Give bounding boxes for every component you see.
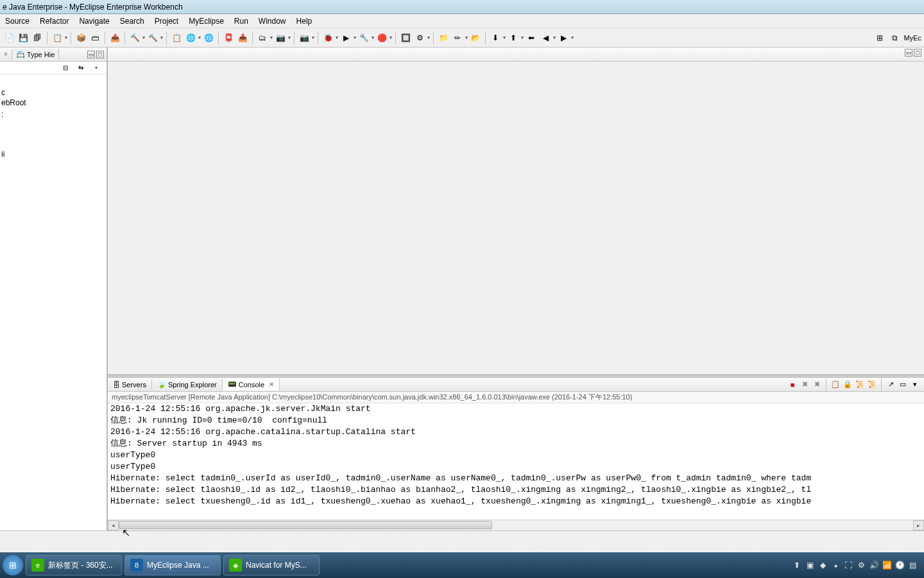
toolbar-button-icon[interactable]: 📄 xyxy=(3,31,15,44)
tab-spring-explorer[interactable]: 🍃 Spring Explorer xyxy=(152,379,223,390)
dropdown-arrow-icon[interactable]: ▾ xyxy=(465,35,468,40)
toolbar-button-icon[interactable]: 📁 xyxy=(437,31,450,44)
dropdown-arrow-icon[interactable]: ▾ xyxy=(521,35,524,40)
toolbar-button-icon[interactable]: 🗃 xyxy=(89,31,101,44)
tray-icon[interactable]: ▤ xyxy=(907,560,918,570)
dropdown-arrow-icon[interactable]: ▾ xyxy=(65,35,67,40)
toolbar-button-icon[interactable]: 📂 xyxy=(469,31,482,44)
toolbar-button-icon[interactable]: 💾 xyxy=(17,31,30,44)
menu-window[interactable]: Window xyxy=(253,17,291,26)
close-icon[interactable]: × xyxy=(4,51,8,58)
minimize-view-icon[interactable]: ▭ xyxy=(87,51,95,58)
toolbar-button-icon[interactable]: ⬇ xyxy=(489,31,502,44)
perspective-myeclipse-icon[interactable]: ⧉ xyxy=(889,31,902,44)
toolbar-button-icon[interactable]: 🛑 xyxy=(375,31,388,44)
tray-icon[interactable]: ⛶ xyxy=(843,560,853,570)
tree-item[interactable]: : xyxy=(1,109,105,119)
menu-refactor[interactable]: Refactor xyxy=(35,17,74,26)
toolbar-button-icon[interactable]: 📷 xyxy=(298,31,311,44)
toolbar-button-icon[interactable]: ⬆ xyxy=(507,31,520,44)
menu-navigate[interactable]: Navigate xyxy=(74,17,114,26)
console-tool-icon[interactable]: 📜 xyxy=(855,380,865,390)
minimize-editor-icon[interactable]: ▭ xyxy=(905,49,912,57)
toolbar-button-icon[interactable]: 🔨 xyxy=(146,31,159,44)
dropdown-arrow-icon[interactable]: ▾ xyxy=(198,35,201,40)
dropdown-arrow-icon[interactable]: ▾ xyxy=(553,35,556,40)
taskbar-item-navicat[interactable]: ◈ Navicat for MyS... xyxy=(223,555,320,575)
scroll-track[interactable] xyxy=(119,520,913,530)
tray-icon[interactable]: ⚙ xyxy=(856,560,866,570)
console-tool-icon[interactable]: 📋 xyxy=(830,380,841,390)
package-explorer-tree[interactable]: c ebRoot : ii xyxy=(0,74,107,530)
console-tool-icon[interactable]: ↗ xyxy=(886,380,896,390)
tray-icon[interactable]: ◆ xyxy=(817,560,828,570)
taskbar-item-myeclipse[interactable]: 8 MyEclipse Java ... xyxy=(124,555,221,575)
console-tool-icon[interactable]: 📜 xyxy=(867,380,877,390)
toolbar-button-icon[interactable]: 📥 xyxy=(236,31,249,44)
toolbar-button-icon[interactable]: 🗂 xyxy=(256,31,269,44)
toolbar-button-icon[interactable]: 📮 xyxy=(222,31,235,44)
toolbar-button-icon[interactable]: 🔨 xyxy=(128,31,141,44)
toolbar-button-icon[interactable]: ◀ xyxy=(539,31,552,44)
toolbar-button-icon[interactable]: 📋 xyxy=(170,31,183,44)
console-tool-icon[interactable]: 🔒 xyxy=(843,380,853,390)
terminate-icon[interactable]: ■ xyxy=(787,380,798,390)
sidebar-tab-1[interactable]: × xyxy=(0,49,12,59)
remove-launch-icon[interactable]: ✖ xyxy=(800,380,810,390)
tab-servers[interactable]: 🗄 Servers xyxy=(108,380,152,390)
horizontal-scrollbar[interactable]: ◂ ▸ xyxy=(108,520,924,530)
dropdown-arrow-icon[interactable]: ▾ xyxy=(389,35,392,40)
tree-item[interactable]: ebRoot xyxy=(1,98,105,108)
dropdown-arrow-icon[interactable]: ▾ xyxy=(372,35,374,40)
maximize-view-icon[interactable]: □ xyxy=(96,51,104,58)
dropdown-arrow-icon[interactable]: ▾ xyxy=(336,35,338,40)
tree-item[interactable]: ii xyxy=(1,149,105,159)
toolbar-button-icon[interactable]: 🔲 xyxy=(399,31,412,44)
toolbar-button-icon[interactable]: 📤 xyxy=(108,31,121,44)
dropdown-arrow-icon[interactable]: ▾ xyxy=(571,35,574,40)
tab-console[interactable]: 📟 Console ✕ xyxy=(223,379,280,390)
tray-icon[interactable]: ⬆ xyxy=(792,560,802,570)
close-tab-icon[interactable]: ✕ xyxy=(269,381,274,388)
scroll-right-icon[interactable]: ▸ xyxy=(913,520,924,530)
taskbar-item-browser[interactable]: e 新标签页 - 360安... xyxy=(26,555,122,575)
tray-icon[interactable]: 🔊 xyxy=(869,560,879,570)
toolbar-button-icon[interactable]: 🌐 xyxy=(202,31,215,44)
console-tool-icon[interactable]: ▾ xyxy=(910,380,920,390)
toolbar-button-icon[interactable]: 📦 xyxy=(74,31,87,44)
menu-search[interactable]: Search xyxy=(115,17,150,26)
toolbar-button-icon[interactable]: ⚙ xyxy=(413,31,426,44)
dropdown-arrow-icon[interactable]: ▾ xyxy=(503,35,506,40)
menu-myeclipse[interactable]: MyEclipse xyxy=(184,17,229,26)
console-output[interactable]: 2016-1-24 12:55:16 org.apache.jk.server.… xyxy=(108,403,924,520)
scroll-left-icon[interactable]: ◂ xyxy=(108,520,119,530)
dropdown-arrow-icon[interactable]: ▾ xyxy=(142,35,145,40)
remove-launch-icon[interactable]: ✖ xyxy=(812,380,822,390)
menu-source[interactable]: Source xyxy=(0,17,35,26)
dropdown-arrow-icon[interactable]: ▾ xyxy=(427,35,430,40)
toolbar-button-icon[interactable]: 📋 xyxy=(51,31,64,44)
toolbar-button-icon[interactable]: 🔧 xyxy=(357,31,370,44)
dropdown-arrow-icon[interactable]: ▾ xyxy=(354,35,356,40)
toolbar-button-icon[interactable]: 🐞 xyxy=(321,31,334,44)
dropdown-arrow-icon[interactable]: ▾ xyxy=(270,35,273,40)
dropdown-arrow-icon[interactable]: ▾ xyxy=(312,35,314,40)
scroll-thumb[interactable] xyxy=(119,521,492,529)
toolbar-button-icon[interactable]: 🗐 xyxy=(31,31,44,44)
console-tool-icon[interactable]: ▭ xyxy=(898,380,908,390)
toolbar-button-icon[interactable]: ▶ xyxy=(339,31,352,44)
toolbar-button-icon[interactable]: ✏ xyxy=(451,31,464,44)
toolbar-button-icon[interactable]: ▶ xyxy=(557,31,570,44)
start-button[interactable]: ⊞ xyxy=(3,555,23,575)
toolbar-button-icon[interactable]: ⬅ xyxy=(525,31,538,44)
perspective-label[interactable]: MyEc xyxy=(904,34,922,42)
toolbar-button-icon[interactable]: 🌐 xyxy=(184,31,197,44)
view-menu-icon[interactable]: ▾ xyxy=(90,62,103,74)
collapse-all-icon[interactable]: ⊟ xyxy=(59,62,72,74)
sidebar-tab-type-hierarchy[interactable]: 📇 Type Hie xyxy=(12,49,59,60)
tray-icon[interactable]: 🕐 xyxy=(894,560,905,570)
tray-icon[interactable]: 📶 xyxy=(882,560,892,570)
tree-item[interactable]: c xyxy=(1,87,105,98)
toolbar-button-icon[interactable]: 📷 xyxy=(274,31,287,44)
tree-item[interactable] xyxy=(1,122,105,123)
